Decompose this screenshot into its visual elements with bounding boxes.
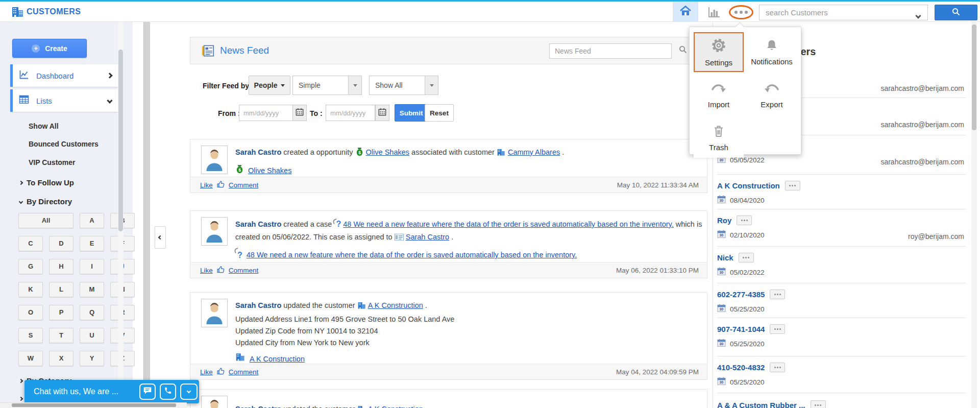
sidebar-group-to-follow-up[interactable]: To Follow Up	[19, 178, 74, 187]
alpha-button[interactable]: O	[18, 305, 43, 320]
customer-row[interactable]: 602-277-4385 30 05/25/2020	[717, 283, 966, 318]
sidebar-item-dashboard[interactable]: Dashboard	[10, 64, 119, 87]
customer-name-link[interactable]: A K Construction	[717, 181, 780, 190]
like-link[interactable]: Like	[200, 368, 213, 376]
comment-link[interactable]: Comment	[229, 181, 259, 189]
search-scope-dropdown[interactable]	[916, 11, 920, 20]
chat-minimize-button[interactable]	[180, 383, 198, 400]
comment-link[interactable]: Comment	[229, 368, 259, 376]
menu-item-settings[interactable]: Settings	[694, 32, 744, 72]
menu-item-import[interactable]: Import	[694, 75, 744, 115]
customer-row[interactable]: 907-741-1044 30 05/25/2020	[717, 318, 966, 356]
row-menu-button[interactable]	[770, 324, 785, 334]
thumb-up-icon[interactable]	[216, 180, 225, 190]
home-button[interactable]	[673, 2, 698, 22]
row-menu-button[interactable]	[737, 215, 752, 225]
opportunity-link[interactable]: Olive Shakes	[366, 148, 409, 156]
alpha-button[interactable]: K	[18, 282, 43, 297]
from-date-picker-button[interactable]	[292, 105, 307, 121]
newsfeed-search-input[interactable]	[549, 43, 672, 59]
row-menu-button[interactable]	[785, 181, 800, 190]
submit-button[interactable]: Submit	[395, 104, 428, 122]
alpha-button[interactable]: H	[49, 259, 74, 274]
alpha-button[interactable]: U	[80, 328, 104, 343]
alpha-button[interactable]: W	[18, 351, 43, 366]
scope-select[interactable]: Show All	[369, 76, 438, 95]
chat-call-button[interactable]	[160, 383, 176, 400]
alpha-button[interactable]: A	[80, 213, 104, 228]
to-date-input[interactable]	[326, 105, 375, 121]
panel-scrollbar-thumb[interactable]	[972, 25, 976, 130]
row-menu-button[interactable]	[739, 253, 754, 262]
alpha-button[interactable]: G	[18, 259, 43, 274]
alpha-button[interactable]: S	[18, 328, 43, 343]
horizontal-scrollbar-thumb[interactable]	[12, 403, 176, 407]
customer-name-link[interactable]: 907-741-1044	[717, 325, 765, 333]
create-button[interactable]: + Create	[12, 39, 87, 58]
chat-widget[interactable]: Chat with us, We are ...	[24, 380, 199, 403]
view-select[interactable]: Simple	[292, 76, 362, 95]
thumb-up-icon[interactable]	[216, 367, 225, 377]
case-link[interactable]: 48 We need a new feature where the data …	[247, 249, 577, 261]
action-text: updated the customer	[283, 301, 355, 309]
alpha-button[interactable]: D	[49, 236, 74, 251]
comment-link[interactable]: Comment	[229, 267, 259, 274]
sidebar-collapse-handle[interactable]	[155, 226, 166, 249]
menu-item-trash[interactable]: Trash	[694, 118, 744, 158]
alpha-button[interactable]: E	[80, 236, 104, 251]
alpha-button[interactable]: C	[18, 236, 43, 251]
alpha-button[interactable]: Y	[80, 351, 104, 366]
assignee-link[interactable]: Sarah Castro	[406, 233, 449, 241]
menu-item-notifications[interactable]: Notifications	[747, 32, 797, 72]
from-date-input[interactable]	[239, 105, 293, 121]
alpha-button[interactable]: M	[80, 282, 104, 297]
opportunity-link[interactable]: Olive Shakes	[248, 164, 291, 177]
alpha-button[interactable]: T	[49, 328, 74, 343]
reports-button[interactable]	[707, 6, 721, 20]
sidebar-link-show-all[interactable]: Show All	[29, 122, 59, 130]
customer-name-link[interactable]: Roy	[717, 216, 731, 225]
date-text: 05/25/2020	[730, 305, 765, 313]
more-menu-button[interactable]	[729, 5, 753, 19]
menu-item-export[interactable]: Export	[747, 75, 797, 115]
customer-name-link[interactable]: 602-277-4385	[717, 290, 765, 299]
global-search-button[interactable]	[935, 5, 977, 20]
customer-row[interactable]: Roy 30 02/10/2020 roy@berijam.com	[717, 209, 966, 247]
newsfeed-search-icon[interactable]	[678, 45, 688, 56]
thumb-up-icon[interactable]	[216, 265, 225, 276]
group-label: By Directory	[27, 197, 72, 206]
alpha-button[interactable]: P	[49, 305, 74, 320]
customer-name-link[interactable]: 410-520-4832	[717, 363, 765, 372]
alpha-button[interactable]: L	[49, 282, 74, 297]
row-menu-button[interactable]	[811, 400, 826, 408]
customer-row[interactable]: A K Construction 30 08/04/2020	[717, 175, 966, 209]
panel-scrollbar[interactable]	[143, 22, 150, 403]
customer-link[interactable]: A K Construction	[368, 405, 423, 408]
sidebar-link-bounced-customers[interactable]: Bounced Customers	[29, 140, 99, 148]
row-menu-button[interactable]	[770, 363, 785, 372]
like-link[interactable]: Like	[200, 181, 213, 189]
sidebar-scrollbar-thumb[interactable]	[118, 50, 123, 231]
sidebar-link-vip-customer[interactable]: VIP Customer	[29, 158, 76, 166]
alpha-button[interactable]: X	[49, 351, 74, 366]
to-date-picker-button[interactable]	[375, 105, 389, 121]
alpha-button[interactable]: Q	[80, 305, 104, 320]
row-menu-button[interactable]	[770, 290, 785, 299]
alpha-button[interactable]: I	[80, 259, 104, 274]
alpha-button-all[interactable]: All	[18, 213, 74, 228]
case-link[interactable]: 48 We need a new feature where the data …	[343, 220, 674, 228]
customer-row[interactable]: 410-520-4832 30 05/25/2020	[717, 356, 966, 393]
people-filter-button[interactable]: People	[249, 76, 290, 95]
sidebar-item-lists[interactable]: Lists	[10, 89, 119, 112]
customer-link[interactable]: A K Construction	[368, 301, 423, 309]
customer-link[interactable]: Cammy Albares	[508, 148, 560, 156]
sidebar-group-by-directory[interactable]: By Directory	[19, 197, 72, 206]
customer-row[interactable]: A & A Custom Rubber ...	[717, 393, 966, 408]
customer-name-link[interactable]: A & A Custom Rubber ...	[717, 401, 805, 408]
customer-name-link[interactable]: Nick	[717, 253, 733, 262]
like-link[interactable]: Like	[200, 267, 213, 274]
customer-row[interactable]: Nick 30 05/02/2022	[717, 247, 966, 283]
reset-button[interactable]: Reset	[425, 104, 454, 122]
chat-bubble-button[interactable]	[139, 383, 156, 400]
global-search-input[interactable]	[759, 5, 928, 20]
